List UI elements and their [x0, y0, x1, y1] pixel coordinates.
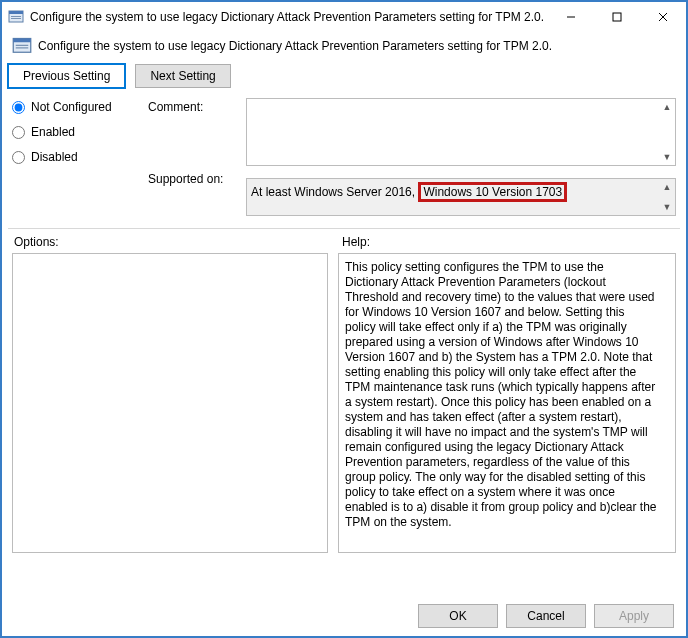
apply-button[interactable]: Apply — [594, 604, 674, 628]
supported-on-label: Supported on: — [148, 172, 230, 186]
radio-enabled[interactable]: Enabled — [12, 125, 132, 139]
window-title: Configure the system to use legacy Dicti… — [30, 10, 548, 24]
svg-rect-3 — [11, 18, 21, 19]
radio-enabled-input[interactable] — [12, 126, 25, 139]
state-radio-group: Not Configured Enabled Disabled — [12, 98, 132, 216]
minimize-button[interactable] — [548, 2, 594, 32]
scroll-down-icon[interactable]: ▼ — [661, 201, 673, 213]
app-icon — [8, 9, 24, 25]
svg-rect-5 — [613, 13, 621, 21]
previous-setting-button[interactable]: Previous Setting — [8, 64, 125, 88]
supported-on-box: At least Windows Server 2016, Windows 10… — [246, 178, 676, 216]
supported-on-prefix: At least Windows Server 2016, — [251, 185, 415, 199]
radio-not-configured[interactable]: Not Configured — [12, 100, 132, 114]
title-bar: Configure the system to use legacy Dicti… — [2, 2, 686, 32]
radio-disabled-input[interactable] — [12, 151, 25, 164]
comment-textarea[interactable]: ▲ ▼ — [246, 98, 676, 166]
svg-rect-2 — [11, 16, 21, 17]
help-label: Help: — [342, 235, 674, 249]
help-text: This policy setting configures the TPM t… — [345, 260, 657, 529]
next-setting-button[interactable]: Next Setting — [135, 64, 230, 88]
separator — [8, 228, 680, 229]
supported-on-highlight: Windows 10 Version 1703 — [418, 182, 567, 202]
radio-enabled-label: Enabled — [31, 125, 75, 139]
options-box — [12, 253, 328, 553]
radio-not-configured-input[interactable] — [12, 101, 25, 114]
close-button[interactable] — [640, 2, 686, 32]
dialog-footer: OK Cancel Apply — [418, 604, 674, 628]
help-box[interactable]: This policy setting configures the TPM t… — [338, 253, 676, 553]
policy-description: Configure the system to use legacy Dicti… — [38, 39, 552, 53]
scroll-down-icon[interactable]: ▼ — [661, 151, 673, 163]
options-label: Options: — [14, 235, 342, 249]
maximize-button[interactable] — [594, 2, 640, 32]
svg-rect-10 — [16, 45, 29, 46]
svg-rect-11 — [16, 47, 29, 48]
scroll-up-icon[interactable]: ▲ — [661, 101, 673, 113]
svg-rect-9 — [13, 39, 31, 43]
radio-not-configured-label: Not Configured — [31, 100, 112, 114]
radio-disabled[interactable]: Disabled — [12, 150, 132, 164]
ok-button[interactable]: OK — [418, 604, 498, 628]
nav-row: Previous Setting Next Setting — [2, 64, 686, 98]
scroll-up-icon[interactable]: ▲ — [661, 181, 673, 193]
policy-description-row: Configure the system to use legacy Dicti… — [2, 32, 686, 64]
radio-disabled-label: Disabled — [31, 150, 78, 164]
comment-label: Comment: — [148, 100, 230, 114]
policy-icon — [12, 36, 32, 56]
svg-rect-1 — [9, 11, 23, 14]
cancel-button[interactable]: Cancel — [506, 604, 586, 628]
